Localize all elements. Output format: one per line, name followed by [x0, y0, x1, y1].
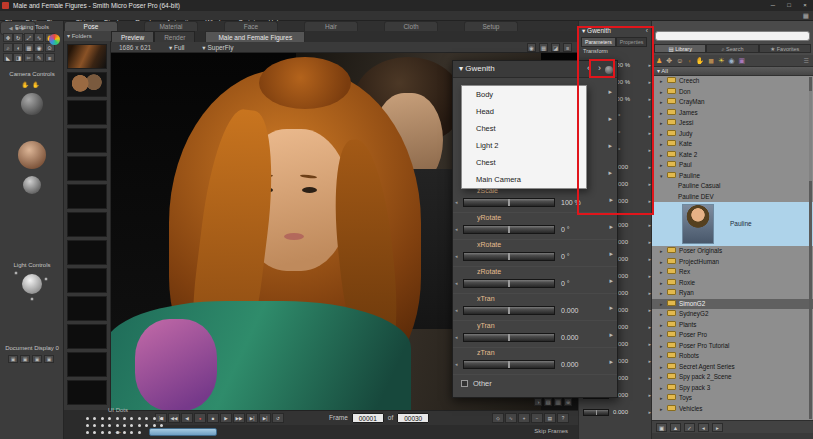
tracking-icon[interactable]: ⊕	[564, 398, 572, 406]
library-item-don-1[interactable]: ▸Don	[652, 87, 813, 98]
dial-nudge-icon[interactable]: ◂	[455, 226, 458, 232]
library-thumbnail-pauline[interactable]: Pauline	[652, 202, 813, 246]
ui-dot[interactable]	[93, 424, 96, 427]
library-item-pauline-9[interactable]: ▾Pauline	[652, 171, 813, 182]
new-folder-icon[interactable]: ▣	[656, 423, 667, 432]
scene-thumbnail[interactable]	[67, 352, 107, 377]
dial-submenu-arrow-icon[interactable]: ▸	[609, 358, 613, 366]
dropdown-item-chest-2[interactable]: Chest	[462, 120, 586, 137]
color-tool-icon[interactable]: ◐	[13, 43, 23, 52]
ui-dot[interactable]	[101, 417, 104, 420]
add-key-button[interactable]: +	[518, 413, 530, 423]
parameter-dial[interactable]	[463, 360, 555, 369]
ui-dot[interactable]	[153, 424, 156, 427]
chevron-right-icon[interactable]: ▸	[660, 299, 667, 310]
chevron-right-icon[interactable]: ▸	[660, 97, 667, 108]
dial-submenu-arrow-icon[interactable]: ▸	[609, 250, 613, 258]
camera-view-icon[interactable]: ◉	[527, 43, 536, 52]
library-item-simong2-18[interactable]: ▸SimonG2	[652, 299, 813, 310]
light-control-ball[interactable]	[22, 274, 42, 294]
library-item-vehicles-28[interactable]: ▸Vehicles	[652, 404, 813, 415]
keyframe-edit-button[interactable]: ◇	[492, 413, 504, 423]
chevron-down-icon[interactable]: ▾	[660, 171, 667, 182]
scene-thumbnail[interactable]	[67, 156, 107, 181]
total-frames-field[interactable]: 00030	[397, 413, 429, 423]
loop-button[interactable]: ↺	[272, 413, 284, 423]
next-page-icon[interactable]: ▸	[712, 423, 723, 432]
morph-tool-icon[interactable]: ◉	[34, 43, 44, 52]
graph-button[interactable]: ∿	[505, 413, 517, 423]
ui-dot[interactable]	[116, 424, 119, 427]
poses-category-icon[interactable]: ✥	[666, 55, 672, 67]
taper-tool-icon[interactable]: ◣	[3, 53, 13, 62]
library-tab-favorites[interactable]: ★ Favorites	[759, 44, 811, 53]
dropdown-item-head-1[interactable]: Head	[462, 103, 586, 120]
dial-submenu-arrow-icon[interactable]: ▸	[648, 392, 651, 398]
group-tool-icon[interactable]: ▦	[24, 43, 34, 52]
rotate-tool-icon[interactable]: ↻	[13, 33, 23, 42]
shadow-toggle-icon[interactable]: ▦	[539, 43, 548, 52]
dial-submenu-arrow-icon[interactable]: ▸	[648, 290, 651, 296]
scene-thumbnail[interactable]	[67, 268, 107, 293]
ui-dot[interactable]	[145, 417, 148, 420]
parameter-dial[interactable]	[463, 333, 555, 342]
dial-submenu-arrow-icon[interactable]: ▸	[648, 375, 651, 381]
step-forward-fast-button[interactable]: ▶|	[246, 413, 258, 423]
orbit-ball[interactable]	[23, 176, 41, 194]
minimize-button[interactable]: ─	[765, 0, 781, 11]
library-item-spy-pack-2-scene-25[interactable]: ▸Spy pack 2_Scene	[652, 372, 813, 383]
materials-category-icon[interactable]: ▣	[738, 55, 745, 67]
magnify-tool-icon[interactable]: ⌕	[3, 43, 13, 52]
chevron-right-icon[interactable]: ▸	[660, 267, 667, 278]
ui-dot[interactable]	[138, 424, 141, 427]
library-item-kate-2-7[interactable]: ▸Kate 2	[652, 150, 813, 161]
library-item-secret-agent-series-24[interactable]: ▸Secret Agent Series	[652, 362, 813, 373]
dropdown-item-chest-4[interactable]: Chest	[462, 154, 586, 171]
figures-category-icon[interactable]: ♟	[656, 55, 662, 67]
chevron-right-icon[interactable]: ▸	[660, 320, 667, 331]
scene-thumbnail[interactable]	[67, 324, 107, 349]
chevron-right-icon[interactable]: ▸	[660, 160, 667, 171]
parameter-dial[interactable]	[583, 409, 609, 416]
light-indicator-dot[interactable]	[44, 277, 48, 281]
ui-dot[interactable]	[93, 431, 96, 434]
ui-dot[interactable]	[145, 424, 148, 427]
chevron-right-icon[interactable]: ▸	[660, 330, 667, 341]
ui-dot[interactable]	[138, 431, 141, 434]
scene-thumbnail[interactable]	[67, 212, 107, 237]
title-bar[interactable]: Male and Female Figures - Smith Micro Po…	[0, 0, 813, 11]
ui-dot[interactable]	[108, 431, 111, 434]
light-indicator-dot[interactable]	[14, 271, 18, 275]
expressions-category-icon[interactable]: ☺	[676, 55, 683, 67]
ui-dot[interactable]	[153, 417, 156, 420]
ui-dot[interactable]	[130, 417, 133, 420]
chevron-right-icon[interactable]: ▸	[660, 383, 667, 394]
size-mode-dropdown[interactable]: ▾ Full	[169, 44, 185, 51]
room-tab-hair[interactable]: Hair	[304, 21, 358, 31]
last-frame-button[interactable]: ▶|	[259, 413, 271, 423]
ui-dot[interactable]	[108, 424, 111, 427]
frame-all-icon[interactable]: ▣	[8, 355, 18, 363]
chevron-right-icon[interactable]: ▸	[660, 288, 667, 299]
library-item-crayman-2[interactable]: ▸CrayMan	[652, 97, 813, 108]
ground-plane-icon[interactable]: ▥	[554, 398, 562, 406]
room-tab-setup[interactable]: Setup	[464, 21, 518, 31]
chevron-right-icon[interactable]: ▸	[660, 278, 667, 289]
scene-thumbnail[interactable]	[67, 128, 107, 153]
parameter-dial[interactable]	[463, 225, 555, 234]
library-tab-library[interactable]: ▤ Library	[654, 44, 706, 53]
chevron-right-icon[interactable]: ▸	[660, 372, 667, 383]
light-indicator-dot[interactable]	[30, 297, 34, 301]
dial-nudge-icon[interactable]: ◂	[455, 334, 458, 340]
half-view-icon[interactable]: ▣	[32, 355, 42, 363]
chevron-right-icon[interactable]: ▸	[660, 246, 667, 257]
dropdown-item-light-2-3[interactable]: Light 2	[462, 137, 586, 154]
library-item-poser-pro-tutorial-22[interactable]: ▸Poser Pro Tutorial	[652, 341, 813, 352]
chevron-right-icon[interactable]: ▸	[660, 87, 667, 98]
ui-dot[interactable]	[130, 424, 133, 427]
scene-thumbnail[interactable]	[67, 184, 107, 209]
library-item-creech-0[interactable]: ▸Creech	[652, 76, 813, 87]
scene-thumbnail[interactable]	[67, 240, 107, 265]
library-item-plants-20[interactable]: ▸Plants	[652, 320, 813, 331]
ui-dot[interactable]	[123, 431, 126, 434]
